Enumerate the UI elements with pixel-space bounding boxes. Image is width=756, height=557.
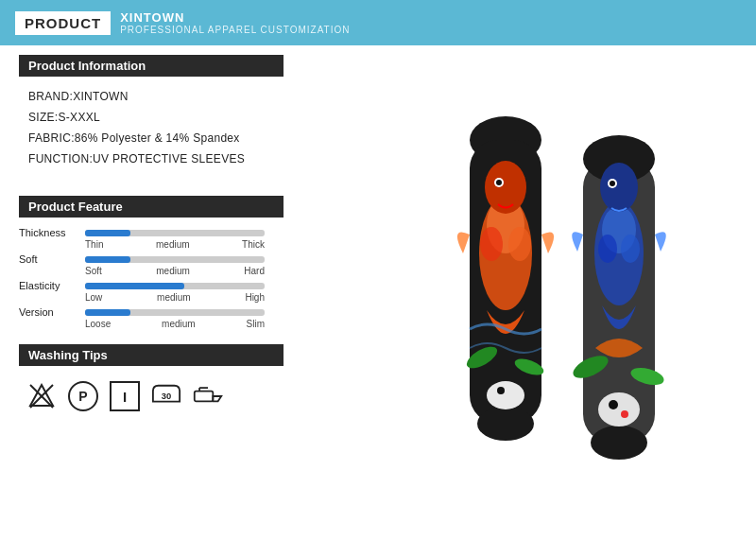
size-info-item: SIZE:S-XXXL <box>28 111 369 124</box>
iron-icon <box>193 381 223 411</box>
feature-sub-labels-2: LowmediumHigh <box>85 292 265 303</box>
feature-sub-labels-3: LoosemediumSlim <box>85 319 265 329</box>
product-info-section: Product Information BRAND:XINTOWN SIZE:S… <box>19 55 378 177</box>
page-header: PRODUCT XINTOWN PROFESSIONAL APPAREL CUS… <box>0 0 756 45</box>
brand-subtitle: PROFESSIONAL APPAREL CUSTOMIZATION <box>120 25 350 35</box>
svg-point-29 <box>598 235 617 263</box>
feature-label-3: Version <box>19 306 85 318</box>
washing-section: Washing Tips P I <box>19 344 378 417</box>
feature-bar-track-2 <box>85 283 265 289</box>
feature-right-label-1: Hard <box>244 266 265 276</box>
right-panel <box>387 55 737 518</box>
iron-info-icon: I <box>110 381 140 411</box>
feature-bar-fill-1 <box>85 256 130 263</box>
product-feature-header: Product Feature <box>19 196 284 218</box>
svg-point-19 <box>487 381 524 409</box>
svg-point-13 <box>508 227 531 261</box>
svg-point-14 <box>485 161 526 214</box>
svg-point-12 <box>480 227 503 261</box>
svg-point-36 <box>598 392 640 426</box>
feature-label-0: Thickness <box>19 227 85 238</box>
product-info-header: Product Information <box>19 55 284 77</box>
brand-info: XINTOWN PROFESSIONAL APPAREL CUSTOMIZATI… <box>120 10 350 35</box>
svg-point-16 <box>496 180 502 185</box>
feature-mid-label-2: medium <box>157 292 191 303</box>
wash-30-icon: 30 <box>151 381 181 411</box>
feature-right-label-0: Thick <box>242 239 265 250</box>
brand-name: XINTOWN <box>120 10 350 25</box>
feature-bar-track-1 <box>85 256 265 263</box>
svg-point-30 <box>621 235 640 263</box>
sleeve-image <box>430 64 695 518</box>
feature-bar-fill-2 <box>85 283 184 289</box>
feature-mid-label-3: medium <box>162 319 196 329</box>
dry-clean-icon: P <box>68 381 98 411</box>
svg-point-33 <box>610 181 615 186</box>
svg-point-37 <box>609 400 618 409</box>
svg-rect-4 <box>195 392 214 402</box>
feature-right-label-2: High <box>245 292 265 303</box>
svg-point-20 <box>497 387 505 394</box>
left-panel: Product Information BRAND:XINTOWN SIZE:S… <box>19 55 378 518</box>
product-feature-section: Product Feature ThicknessThinmediumThick… <box>19 196 378 329</box>
feature-bar-fill-3 <box>85 309 130 316</box>
main-content: Product Information BRAND:XINTOWN SIZE:S… <box>0 45 756 528</box>
washing-icons-row: P I 30 <box>19 375 378 417</box>
sleeve-svg <box>430 64 695 518</box>
svg-point-38 <box>621 410 628 418</box>
fabric-info-item: FABRIC:86% Polyester & 14% Spandex <box>28 131 369 145</box>
feature-right-label-3: Slim <box>247 319 265 329</box>
product-label: PRODUCT <box>15 11 111 35</box>
function-info-item: FUNCTION:UV PROTECTIVE SLEEVES <box>28 152 369 165</box>
feature-left-label-0: Thin <box>85 239 103 250</box>
feature-mid-label-1: medium <box>156 266 190 276</box>
feature-rows: ThicknessThinmediumThickSoftSoftmediumHa… <box>19 227 378 329</box>
feature-left-label-1: Soft <box>85 266 102 276</box>
feature-bar-track-0 <box>85 230 265 236</box>
feature-bar-track-3 <box>85 309 265 316</box>
feature-label-2: Elasticity <box>19 280 85 291</box>
washing-header: Washing Tips <box>19 344 284 366</box>
svg-point-31 <box>600 163 638 212</box>
feature-row-3: VersionLoosemediumSlim <box>19 306 378 329</box>
feature-left-label-3: Loose <box>85 319 111 329</box>
feature-bar-fill-0 <box>85 230 130 236</box>
feature-row-1: SoftSoftmediumHard <box>19 253 378 276</box>
feature-sub-labels-0: ThinmediumThick <box>85 239 265 250</box>
product-info-list: BRAND:XINTOWN SIZE:S-XXXL FABRIC:86% Pol… <box>19 86 378 177</box>
feature-sub-labels-1: SoftmediumHard <box>85 266 265 276</box>
feature-row-2: ElasticityLowmediumHigh <box>19 280 378 303</box>
brand-info-item: BRAND:XINTOWN <box>28 90 369 103</box>
feature-left-label-2: Low <box>85 292 102 303</box>
feature-mid-label-0: medium <box>156 239 190 250</box>
svg-text:30: 30 <box>162 391 171 401</box>
feature-label-1: Soft <box>19 253 85 265</box>
feature-row-0: ThicknessThinmediumThick <box>19 227 378 250</box>
svg-point-9 <box>477 407 534 441</box>
svg-point-26 <box>591 426 647 460</box>
no-wash-icon <box>26 381 57 411</box>
